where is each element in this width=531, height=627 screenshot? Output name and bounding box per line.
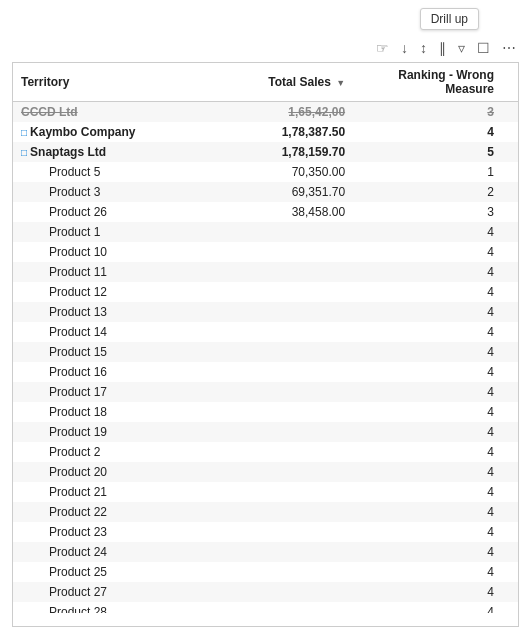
cell-sales [199, 382, 354, 402]
cell-territory: Product 3 [13, 182, 199, 202]
cell-territory: □Snaptags Ltd [13, 142, 199, 162]
cell-ranking: 4 [353, 242, 518, 262]
cell-sales [199, 482, 354, 502]
col-territory[interactable]: Territory [13, 63, 199, 102]
table-row: Product 124 [13, 282, 518, 302]
cell-ranking: 4 [353, 462, 518, 482]
cell-territory: Product 27 [13, 582, 199, 602]
cell-sales [199, 362, 354, 382]
cell-ranking: 4 [353, 302, 518, 322]
cell-sales [199, 462, 354, 482]
cell-ranking: 4 [353, 342, 518, 362]
table-row: Product 24 [13, 442, 518, 462]
cell-ranking: 1 [353, 162, 518, 182]
cell-sales [199, 502, 354, 522]
cell-sales [199, 602, 354, 613]
cell-territory: Product 26 [13, 202, 199, 222]
table-row: Product 164 [13, 362, 518, 382]
table-wrapper: Territory Total Sales ▼ Ranking - Wrong … [12, 62, 519, 627]
table-row: Product 369,351.702 [13, 182, 518, 202]
cell-sales [199, 262, 354, 282]
table-row: □Snaptags Ltd1,78,159.705 [13, 142, 518, 162]
table-row: Product 204 [13, 462, 518, 482]
cell-sales: 70,350.00 [199, 162, 354, 182]
cell-territory: Product 22 [13, 502, 199, 522]
cell-territory: Product 5 [13, 162, 199, 182]
cell-territory: Product 25 [13, 562, 199, 582]
cell-sales [199, 542, 354, 562]
table-row: Product 154 [13, 342, 518, 362]
cell-ranking: 4 [353, 262, 518, 282]
cell-ranking: 4 [353, 282, 518, 302]
cell-ranking: 4 [353, 542, 518, 562]
table-row: Product 2638,458.003 [13, 202, 518, 222]
cell-ranking: 4 [353, 502, 518, 522]
cell-territory: CCCD Ltd [13, 102, 199, 123]
cell-territory: Product 12 [13, 282, 199, 302]
table-row: Product 14 [13, 222, 518, 242]
table-row: Product 284 [13, 602, 518, 613]
cell-sales: 1,65,42,00 [199, 102, 354, 123]
export-icon[interactable]: ☐ [474, 38, 493, 58]
cell-sales [199, 562, 354, 582]
cell-territory: Product 24 [13, 542, 199, 562]
cell-territory: Product 19 [13, 422, 199, 442]
table-row: Product 104 [13, 242, 518, 262]
cell-territory: Product 13 [13, 302, 199, 322]
cell-sales [199, 282, 354, 302]
cell-territory: Product 10 [13, 242, 199, 262]
table-scroll[interactable]: Territory Total Sales ▼ Ranking - Wrong … [13, 63, 518, 613]
table-row: Product 174 [13, 382, 518, 402]
col-ranking[interactable]: Ranking - Wrong Measure [353, 63, 518, 102]
cell-ranking: 3 [353, 202, 518, 222]
table-row: Product 184 [13, 402, 518, 422]
table-row: CCCD Ltd1,65,42,003 [13, 102, 518, 123]
cell-sales [199, 582, 354, 602]
cell-territory: Product 18 [13, 402, 199, 422]
drill-up-button[interactable]: Drill up [420, 8, 479, 30]
table-row: Product 134 [13, 302, 518, 322]
cell-territory: Product 23 [13, 522, 199, 542]
cell-sales: 69,351.70 [199, 182, 354, 202]
table-row: Product 244 [13, 542, 518, 562]
cell-sales [199, 342, 354, 362]
cell-territory: □Kaymbo Company [13, 122, 199, 142]
cell-territory: Product 1 [13, 222, 199, 242]
cell-sales [199, 442, 354, 462]
cell-territory: Product 28 [13, 602, 199, 613]
cell-ranking: 4 [353, 362, 518, 382]
table-row: Product 114 [13, 262, 518, 282]
cell-territory: Product 16 [13, 362, 199, 382]
cell-ranking: 4 [353, 122, 518, 142]
cell-ranking: 4 [353, 402, 518, 422]
cell-territory: Product 17 [13, 382, 199, 402]
cell-ranking: 2 [353, 182, 518, 202]
cell-ranking: 5 [353, 142, 518, 162]
table-row: Product 194 [13, 422, 518, 442]
filter-icon[interactable]: ▿ [455, 38, 468, 58]
cell-ranking: 3 [353, 102, 518, 123]
table-row: Product 144 [13, 322, 518, 342]
hierarchy-icon[interactable]: ∥ [436, 38, 449, 58]
table-row: Product 234 [13, 522, 518, 542]
table-row: Product 224 [13, 502, 518, 522]
cell-sales [199, 522, 354, 542]
more-icon[interactable]: ⋯ [499, 38, 519, 58]
col-total-sales[interactable]: Total Sales ▼ [199, 63, 354, 102]
sort-icon[interactable]: ↕ [417, 38, 430, 58]
cell-sales [199, 242, 354, 262]
table-row: Product 274 [13, 582, 518, 602]
cell-ranking: 4 [353, 602, 518, 613]
data-table: Territory Total Sales ▼ Ranking - Wrong … [13, 63, 518, 613]
cell-sales [199, 322, 354, 342]
cell-sales [199, 302, 354, 322]
cell-territory: Product 20 [13, 462, 199, 482]
expand-icon[interactable]: ↓ [398, 38, 411, 58]
cursor-icon: ☞ [373, 38, 392, 58]
cell-sales [199, 422, 354, 442]
table-row: Product 254 [13, 562, 518, 582]
table-row: Product 214 [13, 482, 518, 502]
cell-sales: 38,458.00 [199, 202, 354, 222]
table-row: Product 570,350.001 [13, 162, 518, 182]
table-header-row: Territory Total Sales ▼ Ranking - Wrong … [13, 63, 518, 102]
